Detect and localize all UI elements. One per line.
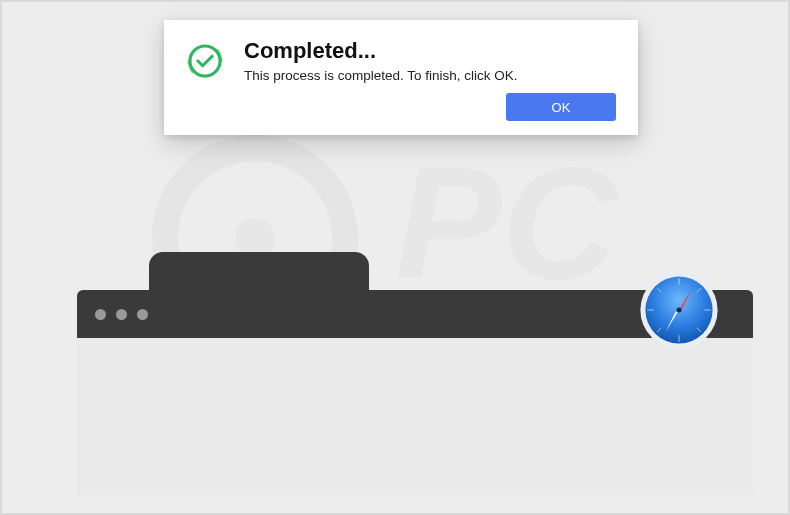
screenshot-canvas: PC risk.com <box>0 0 790 515</box>
dialog-text-block: Completed... This process is completed. … <box>244 38 616 83</box>
dialog-title: Completed... <box>244 38 616 64</box>
svg-point-17 <box>190 46 220 76</box>
dialog-actions: OK <box>186 93 616 121</box>
window-controls <box>95 309 148 320</box>
window-dot <box>116 309 127 320</box>
svg-point-16 <box>676 307 681 312</box>
window-dot <box>95 309 106 320</box>
browser-viewport <box>77 338 753 495</box>
checkmark-circle-icon <box>186 42 224 80</box>
browser-window-mock <box>77 290 753 495</box>
dialog-message: This process is completed. To finish, cl… <box>244 68 616 83</box>
ok-button[interactable]: OK <box>506 93 616 121</box>
dialog-content-row: Completed... This process is completed. … <box>186 38 616 83</box>
svg-text:PC: PC <box>395 133 620 312</box>
safari-icon <box>637 268 721 352</box>
window-dot <box>137 309 148 320</box>
completed-dialog: Completed... This process is completed. … <box>164 20 638 135</box>
browser-tab <box>149 252 369 290</box>
